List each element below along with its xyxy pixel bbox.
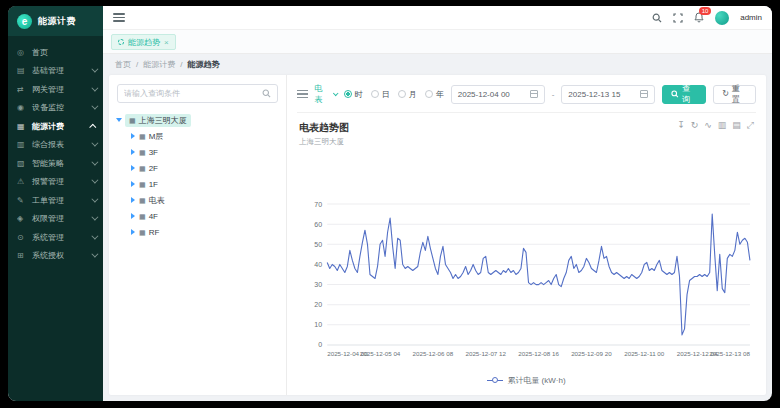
building-icon: ▦ [129, 117, 136, 124]
line-chart-icon[interactable]: ∿ [704, 121, 712, 130]
radio-dot-icon [398, 90, 406, 98]
radio-月[interactable]: 月 [398, 89, 417, 100]
sidebar-item-10[interactable]: ⊙系统管理 [8, 228, 103, 247]
tab-close-icon[interactable]: × [164, 38, 169, 47]
building-icon: ▦ [139, 181, 146, 188]
caret-right-icon[interactable] [131, 149, 135, 155]
caret-right-icon[interactable] [131, 213, 135, 219]
trend-line-chart: 0102030405060702025-12-04 002025-12-05 0… [297, 196, 756, 367]
granularity-radio-group: 时日月年 [344, 89, 444, 100]
svg-text:40: 40 [314, 261, 322, 268]
notification-badge: 10 [699, 7, 711, 15]
caret-right-icon[interactable] [131, 165, 135, 171]
svg-text:50: 50 [314, 241, 322, 248]
collapse-sidebar-icon[interactable] [113, 11, 125, 24]
caret-right-icon[interactable] [131, 229, 135, 235]
sidebar-item-6[interactable]: ▧智能策略 [8, 154, 103, 173]
breadcrumb-home[interactable]: 首页 [115, 59, 131, 70]
date-from-input[interactable]: 2025-12-04 00 [451, 85, 545, 104]
radio-dot-icon [344, 90, 352, 98]
sidebar-item-5[interactable]: ▥综合报表 [8, 136, 103, 155]
svg-text:2025-12-08 16: 2025-12-08 16 [518, 350, 559, 357]
caret-down-icon[interactable] [116, 118, 122, 122]
tree-node-2[interactable]: ▦2F [131, 160, 278, 176]
query-button[interactable]: 查询 [662, 85, 706, 104]
base-management-icon: ▤ [17, 66, 28, 75]
data-view-icon[interactable]: ▤ [732, 121, 741, 130]
building-icon: ▦ [139, 149, 146, 156]
tab-label: 能源趋势 [128, 37, 160, 48]
legend-line-marker-icon [487, 376, 503, 384]
tab-bar: 能源趋势 × [103, 30, 772, 54]
chevron-down-icon [91, 140, 98, 147]
download-icon[interactable]: ↧ [677, 121, 685, 130]
fullscreen-icon[interactable]: ⤢ [747, 121, 754, 130]
chart-header: 电表趋势图 上海三明大厦 ↧↻∿▥▤⤢ [297, 113, 756, 147]
svg-text:0: 0 [318, 341, 322, 348]
breadcrumb-energy-billing[interactable]: 能源计费 [143, 59, 175, 70]
app-title: 能源计费 [38, 15, 76, 28]
reset-button[interactable]: ↻ 重置 [713, 85, 756, 104]
tree-search-input[interactable] [124, 89, 262, 98]
meter-type-select[interactable]: 电表 [315, 83, 337, 105]
svg-text:30: 30 [314, 281, 322, 288]
svg-text:2025-12-07 12: 2025-12-07 12 [465, 350, 506, 357]
sidebar-item-2[interactable]: ⇄网关管理 [8, 80, 103, 99]
chevron-down-icon [333, 91, 339, 97]
sidebar-item-0[interactable]: ◎首页 [8, 43, 103, 62]
tree-toggle-icon[interactable] [297, 88, 308, 101]
calendar-icon [640, 90, 648, 98]
device-tree: ▦ 上海三明大厦 ▦M层▦3F▦2F▦1F▦电表▦4F▦RF [117, 112, 278, 240]
date-to-input[interactable]: 2025-12-13 15 [561, 85, 655, 104]
username[interactable]: admin [740, 13, 762, 22]
chart-panel: 电表 时日月年 2025-12-04 00 - 2025-12-13 15 [287, 75, 766, 395]
chevron-down-icon [91, 177, 98, 184]
tree-node-6[interactable]: ▦RF [131, 224, 278, 240]
bar-chart-icon[interactable]: ▥ [718, 121, 727, 130]
tree-search [117, 84, 278, 103]
restore-icon[interactable]: ↻ [691, 121, 699, 130]
legend-label: 累计电量 (kW·h) [507, 375, 565, 386]
chevron-down-icon [91, 214, 98, 221]
tab-energy-trend[interactable]: 能源趋势 × [111, 34, 176, 50]
sidebar-item-4[interactable]: ▦能源计费 [8, 117, 103, 136]
avatar[interactable] [715, 11, 729, 25]
tree-children: ▦M层▦3F▦2F▦1F▦电表▦4F▦RF [131, 128, 278, 240]
permission-icon: ◈ [17, 214, 28, 223]
notifications-bell-icon[interactable]: 10 [694, 12, 704, 23]
caret-right-icon[interactable] [131, 133, 135, 139]
sidebar-item-7[interactable]: ⚠报警管理 [8, 173, 103, 192]
sidebar-item-8[interactable]: ✎工单管理 [8, 191, 103, 210]
svg-text:10: 10 [314, 321, 322, 328]
sidebar-item-9[interactable]: ◈权限管理 [8, 210, 103, 229]
query-button-label: 查询 [682, 83, 697, 105]
caret-right-icon[interactable] [131, 197, 135, 203]
chevron-down-icon [91, 251, 98, 258]
tree-node-1[interactable]: ▦3F [131, 144, 278, 160]
radio-日[interactable]: 日 [371, 89, 390, 100]
chart-subtitle: 上海三明大厦 [299, 137, 349, 147]
sidebar-item-1[interactable]: ▤基础管理 [8, 62, 103, 81]
svg-text:2025-12-05 04: 2025-12-05 04 [360, 350, 401, 357]
radio-时[interactable]: 时 [344, 89, 363, 100]
tree-root-label: 上海三明大厦 [139, 115, 187, 126]
content-panel: ▦ 上海三明大厦 ▦M层▦3F▦2F▦1F▦电表▦4F▦RF 电表 时日月年 [109, 75, 766, 395]
tree-node-0[interactable]: ▦M层 [131, 128, 278, 144]
search-icon[interactable] [652, 13, 662, 23]
chart-legend[interactable]: 累计电量 (kW·h) [297, 371, 756, 389]
sidebar-item-11[interactable]: ⊞系统授权 [8, 247, 103, 266]
caret-right-icon[interactable] [131, 181, 135, 187]
svg-text:2025-12-11 00: 2025-12-11 00 [624, 350, 665, 357]
tree-node-4[interactable]: ▦电表 [131, 192, 278, 208]
radio-年[interactable]: 年 [425, 89, 444, 100]
system-icon: ⊙ [17, 233, 28, 242]
fullscreen-icon[interactable] [673, 13, 683, 23]
building-icon: ▦ [139, 133, 146, 140]
tree-node-3[interactable]: ▦1F [131, 176, 278, 192]
chevron-down-icon [91, 232, 98, 239]
tree-node-5[interactable]: ▦4F [131, 208, 278, 224]
sidebar-item-3[interactable]: ◉设备监控 [8, 99, 103, 118]
tree-node-root[interactable]: ▦ 上海三明大厦 [117, 112, 278, 128]
strategy-icon: ▧ [17, 159, 28, 168]
sidebar: e 能源计费 ◎首页▤基础管理⇄网关管理◉设备监控▦能源计费▥综合报表▧智能策略… [8, 6, 103, 401]
